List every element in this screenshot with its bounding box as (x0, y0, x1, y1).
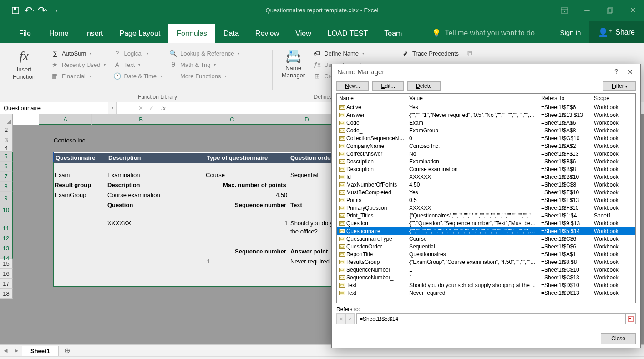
insert-function-button[interactable]: fx InsertFunction (9, 48, 39, 86)
name-row[interactable]: CollectionSequenceNu...0=Sheet1!$G$10Wor… (337, 134, 635, 142)
header-band[interactable]: Questionnaire Description Type of questi… (54, 153, 335, 163)
name-row[interactable]: TextShould you do your school supply sho… (337, 281, 635, 289)
dialog-close-button[interactable]: ✕ (627, 68, 633, 76)
tab-data[interactable]: Data (215, 24, 247, 43)
name-row[interactable]: QuestionOrderSequential=Sheet1!$D$6Workb… (337, 243, 635, 250)
sheet-tab[interactable]: Sheet1 (22, 346, 59, 356)
cell[interactable]: Max. number of points (223, 182, 286, 188)
name-row[interactable]: Questionnaire{"","","","","","","","",""… (337, 227, 635, 235)
name-row[interactable]: CompanyNameContoso Inc.=Sheet1!$A$2Workb… (337, 142, 635, 150)
range-picker-button[interactable] (626, 313, 636, 324)
row-header[interactable]: 2 (0, 125, 13, 135)
cell[interactable]: Text (290, 202, 302, 208)
cell[interactable]: 4.50 (276, 192, 287, 198)
tab-team[interactable]: Team (376, 24, 410, 43)
cell[interactable]: XXXXXX (107, 220, 131, 227)
name-row[interactable]: Description_Course examination=Sheet1!$B… (337, 165, 635, 173)
name-manager-button[interactable]: 📇 NameManager (278, 48, 309, 86)
fx-button[interactable]: fx (157, 105, 166, 111)
name-row[interactable]: Text_Never required=Sheet1!$D$13Workbook (337, 289, 635, 297)
edit-name-button[interactable]: Edit... (372, 81, 404, 91)
ribbon-display-options[interactable] (553, 0, 576, 20)
tab-file[interactable]: File (9, 24, 41, 43)
add-sheet-button[interactable]: ⊕ (59, 346, 76, 355)
cell[interactable]: ExamGroup (55, 192, 86, 198)
cell[interactable]: Question (107, 202, 133, 208)
name-row[interactable]: Print_Titles{"Questionnaires","","","","… (337, 212, 635, 219)
sign-in-button[interactable]: Sign in (552, 23, 589, 42)
column-header[interactable]: C (190, 114, 274, 125)
name-row[interactable]: Code_ExamGroup=Sheet1!$A$8Workbook (337, 126, 635, 134)
redo-button[interactable]: ↷▾ (36, 4, 49, 17)
cell[interactable]: 1 (284, 220, 288, 227)
cell[interactable]: Description (107, 182, 140, 188)
logical-button[interactable]: ?Logical▾ (110, 48, 165, 59)
new-name-button[interactable]: New... (336, 81, 369, 91)
tab-review[interactable]: Review (247, 24, 287, 43)
cell[interactable]: Exam (55, 172, 70, 178)
close-dialog-button[interactable]: Close (601, 333, 636, 344)
name-row[interactable]: SequenceNumber_1=Sheet1!$C$13Workbook (337, 273, 635, 281)
cell[interactable]: Sequence number (235, 248, 286, 255)
name-row[interactable]: SequenceNumber1=Sheet1!$C$10Workbook (337, 266, 635, 273)
row-header[interactable]: 4 (0, 145, 13, 152)
name-row[interactable]: DescriptionExamination=Sheet1!$B$6Workbo… (337, 157, 635, 165)
undo-button[interactable]: ↶▾ (23, 4, 35, 17)
row-header[interactable]: 16 (0, 269, 13, 279)
define-name-button[interactable]: 🏷Define Name▾ (310, 48, 384, 59)
dialog-help-button[interactable]: ? (614, 68, 618, 76)
cell[interactable]: 1 (207, 258, 210, 265)
row-header[interactable]: 8 (0, 182, 13, 192)
minimize-button[interactable]: ─ (576, 0, 598, 20)
cell[interactable]: the office? (290, 228, 318, 235)
row-header[interactable]: 15 (0, 259, 13, 269)
row-header[interactable]: 17 (0, 279, 13, 289)
column-header[interactable]: D (274, 114, 340, 125)
delete-name-button[interactable]: Delete (407, 81, 441, 91)
cell[interactable]: Course examination (107, 192, 160, 198)
column-header[interactable]: B (92, 114, 190, 125)
tab-load-test[interactable]: LOAD TEST (319, 24, 376, 43)
name-row[interactable]: CodeExam=Sheet1!$A$6Workbook (337, 119, 635, 126)
column-header[interactable]: A (39, 114, 92, 125)
name-row[interactable]: Points0.5=Sheet1!$E$13Workbook (337, 196, 635, 204)
col-header-refers[interactable]: Refers To (539, 94, 592, 103)
cell[interactable]: Never required (290, 258, 330, 265)
qat-customize-button[interactable]: ▾ (50, 4, 63, 17)
cell[interactable]: Answer point (290, 248, 328, 255)
cell[interactable]: Sequence number (235, 202, 286, 208)
name-box[interactable]: Questionnaire ▾ (0, 102, 117, 114)
cell[interactable]: Sequential (290, 172, 318, 178)
tab-formulas[interactable]: Formulas (168, 24, 215, 43)
tab-nav-prev[interactable]: ◀ (0, 348, 11, 354)
cell[interactable]: Examination (107, 172, 140, 178)
row-header[interactable]: 18 (0, 289, 13, 299)
names-list-body[interactable]: ActiveYes=Sheet1!$E$6WorkbookAnswer{"","… (337, 103, 635, 303)
name-box-dropdown[interactable]: ▾ (108, 102, 116, 114)
name-row[interactable]: MaxNumberOfPoints4.50=Sheet1!$C$8Workboo… (337, 181, 635, 188)
share-button[interactable]: 👤⁺Share (589, 21, 644, 43)
row-header[interactable]: 11 (0, 223, 13, 233)
save-button[interactable] (9, 4, 22, 17)
restore-button[interactable] (598, 0, 621, 20)
name-row[interactable]: ActiveYes=Sheet1!$E$6Workbook (337, 103, 635, 111)
tab-page-layout[interactable]: Page Layout (111, 24, 168, 43)
row-header[interactable]: 3 (0, 135, 13, 145)
trace-precedents-button[interactable]: ⬈Trace Precedents (399, 48, 461, 59)
text-button[interactable]: AText▾ (110, 59, 165, 70)
tab-insert[interactable]: Insert (76, 24, 111, 43)
lookup-reference-button[interactable]: 🔍Lookup & Reference▾ (167, 48, 243, 59)
row-header[interactable]: 10 (0, 205, 13, 223)
financial-button[interactable]: ▦Financial▾ (48, 71, 109, 81)
name-row[interactable]: MustBeCompletedYes=Sheet1!$E$10Workbook (337, 188, 635, 196)
recently-used-button[interactable]: ★Recently Used▾ (48, 59, 109, 70)
col-header-scope[interactable]: Scope (592, 94, 628, 103)
tab-nav-next[interactable]: ▶ (11, 348, 22, 354)
close-button[interactable]: ✕ (621, 0, 644, 20)
tab-home[interactable]: Home (41, 24, 77, 43)
name-row[interactable]: IdXXXXXX=Sheet1!$B$10Workbook (337, 173, 635, 181)
row-header[interactable]: 9 (0, 192, 13, 205)
row-header[interactable]: 13 (0, 243, 13, 253)
name-row[interactable]: CorrectAnswerNo=Sheet1!$F$13Workbook (337, 150, 635, 157)
select-all-corner[interactable] (0, 114, 13, 125)
